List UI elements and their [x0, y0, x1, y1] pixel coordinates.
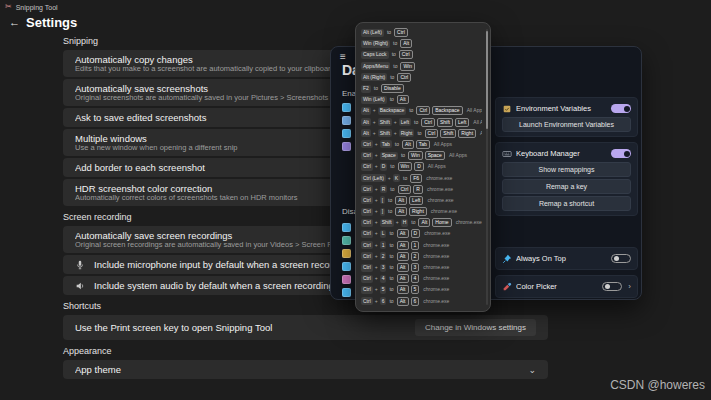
change-in-windows-settings-button[interactable]: Change in Windows settings — [415, 319, 536, 336]
to-label: to — [389, 276, 393, 281]
source-key-chip: Ctrl — [361, 208, 373, 216]
target-key-chip: Alt — [397, 229, 409, 238]
module-tile[interactable] — [342, 116, 351, 125]
app-scope-label: chrome.exe — [423, 243, 449, 248]
module-toggle[interactable] — [602, 282, 622, 291]
module-action-button[interactable]: Remap a shortcut — [502, 196, 631, 211]
module-card-title: Color Picker — [516, 282, 598, 291]
module-card: Environment VariablesLaunch Environment … — [495, 97, 638, 137]
target-key-chip: Right — [458, 129, 476, 138]
module-tile[interactable] — [342, 103, 351, 112]
remap-row: Ctrl+5toAlt5chrome.exe — [361, 285, 482, 294]
module-card-header: Environment Variables — [502, 102, 631, 115]
keyboard-icon — [502, 149, 512, 159]
source-key-chip: Alt — [361, 129, 371, 137]
to-label: to — [390, 97, 394, 102]
module-action-button[interactable]: Show remappings — [502, 162, 631, 177]
source-key-chip: Caps Lock — [361, 51, 389, 59]
to-label: to — [389, 254, 393, 259]
source-key-chip: Win (Right) — [361, 40, 390, 48]
remap-rows: Alt (Left)toCtrlWin (Right)toAltCaps Loc… — [361, 27, 482, 307]
module-card: Always On Top — [495, 247, 638, 270]
target-key-chip: Ctrl — [425, 129, 439, 138]
source-key-chip: Ctrl — [361, 230, 373, 238]
titlebar: ✂ Snipping Tool — [0, 0, 58, 14]
remap-flyout: Alt (Left)toCtrlWin (Right)toAltCaps Loc… — [355, 22, 491, 312]
app-scope-label: All Apps — [428, 164, 446, 169]
target-key-chip: Ctrl — [399, 50, 413, 59]
module-card-header: Always On Top — [502, 252, 631, 265]
target-key-chip: Ctrl — [421, 118, 435, 127]
module-toggle[interactable] — [611, 254, 631, 263]
to-label: to — [403, 176, 407, 181]
module-tile[interactable] — [342, 142, 351, 151]
remap-row: Caps LocktoCtrl — [361, 50, 482, 59]
plus-separator: + — [373, 131, 376, 136]
target-key-chip: R — [413, 185, 423, 194]
module-action-button[interactable]: Launch Environment Variables — [502, 117, 631, 132]
module-toggle[interactable] — [611, 149, 631, 158]
to-label: to — [393, 41, 397, 46]
app-scope-label: All Apps — [449, 153, 467, 158]
target-key-chip: Alt — [395, 196, 407, 205]
remap-row: Ctrl+LtoAltDchrome.exe — [361, 229, 482, 238]
app-scope-label: chrome.exe — [423, 254, 449, 259]
plus-separator: + — [375, 153, 378, 158]
source-key-chip: 6 — [380, 297, 387, 305]
plus-separator: + — [394, 120, 397, 125]
scrollbar-thumb[interactable] — [486, 31, 488, 129]
module-tile[interactable] — [342, 223, 351, 232]
app-scope-label: chrome.exe — [431, 209, 457, 214]
remap-row: Ctrl+SpacetoWinSpaceAll Apps — [361, 151, 482, 160]
source-key-chip: Ctrl — [361, 163, 373, 171]
remap-row: Apps/MenutoWin — [361, 62, 482, 71]
to-label: to — [374, 86, 378, 91]
target-key-chip: Space — [425, 151, 445, 160]
remap-row: Ctrl+1toAlt1chrome.exe — [361, 241, 482, 250]
to-label: to — [390, 75, 394, 80]
module-tile[interactable] — [342, 275, 351, 284]
target-key-chip: Home — [432, 218, 451, 227]
to-label: to — [411, 220, 415, 225]
module-tile[interactable] — [342, 288, 351, 297]
module-tile[interactable] — [342, 249, 351, 258]
source-key-chip: Ctrl — [361, 297, 373, 305]
remap-row: Alt (Right)toCtrl — [361, 73, 482, 82]
settings-card[interactable]: App theme⌄ — [63, 360, 548, 379]
source-key-chip: Alt (Right) — [361, 73, 387, 81]
source-key-chip: Apps/Menu — [361, 62, 390, 70]
target-key-chip: Win — [400, 62, 415, 71]
scrollbar[interactable] — [486, 29, 488, 305]
target-key-chip: Alt — [397, 263, 409, 272]
settings-card[interactable]: Use the Print screen key to open Snippin… — [63, 315, 548, 340]
plus-separator: + — [388, 176, 391, 181]
target-key-chip: Ctrl — [397, 73, 411, 82]
source-key-chip: Ctrl — [361, 140, 373, 148]
source-key-chip: Ctrl — [361, 196, 373, 204]
back-button[interactable]: ← — [9, 16, 20, 28]
module-tile[interactable] — [342, 236, 351, 245]
source-key-chip: Shift — [378, 129, 392, 137]
module-tile[interactable] — [342, 129, 351, 138]
remap-row: Ctrl+Shift+HtoAltHomechrome.exe — [361, 218, 482, 227]
enabled-modules-list — [342, 103, 351, 151]
remap-row: Ctrl (Left)+KtoF6chrome.exe — [361, 174, 482, 183]
hamburger-menu-icon[interactable]: ≡ — [340, 51, 346, 62]
disabled-modules-list — [342, 223, 351, 297]
source-key-chip: Ctrl — [361, 219, 373, 227]
remap-row: Ctrl+DtoWinDAll Apps — [361, 162, 482, 171]
app-scope-label: All Apps — [434, 142, 452, 147]
target-key-chip: Alt — [418, 218, 430, 227]
target-key-chip: Left — [409, 196, 423, 205]
plus-separator: + — [375, 243, 378, 248]
module-toggle[interactable] — [611, 104, 631, 113]
target-key-chip: Win — [398, 162, 413, 171]
plus-separator: + — [375, 142, 378, 147]
source-key-chip: 5 — [380, 286, 387, 294]
environment-variables-icon — [502, 104, 512, 114]
plus-separator: + — [375, 254, 378, 259]
module-tile[interactable] — [342, 262, 351, 271]
settings-section: AppearanceApp theme⌄ — [63, 346, 548, 379]
source-key-chip: Alt — [361, 118, 371, 126]
module-action-button[interactable]: Remap a key — [502, 179, 631, 194]
